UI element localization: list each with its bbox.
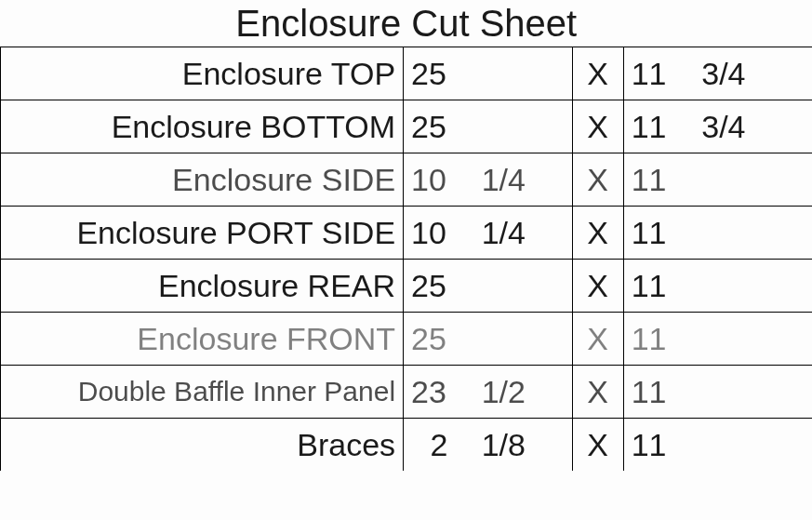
dim-a-frac: 1/8 — [474, 418, 573, 471]
cut-sheet-table: Enclosure Cut Sheet Enclosure TOP 25 X 1… — [0, 0, 812, 471]
part-label: Enclosure SIDE — [1, 153, 404, 206]
dim-b-whole: 11 — [623, 418, 694, 471]
dim-b-frac — [694, 153, 812, 206]
dim-b-whole: 11 — [623, 312, 694, 365]
dim-a-frac — [474, 259, 573, 312]
dim-b-frac — [694, 418, 812, 471]
by-symbol: X — [572, 259, 623, 312]
part-label: Enclosure REAR — [1, 259, 404, 312]
part-label: Double Baffle Inner Panel — [1, 365, 404, 418]
dim-b-whole: 11 — [623, 365, 694, 418]
table-row: Braces 2 1/8 X 11 — [1, 418, 813, 471]
dim-b-frac — [694, 259, 812, 312]
part-label: Enclosure TOP — [1, 47, 404, 100]
part-label: Enclosure FRONT — [1, 312, 404, 365]
dim-a-whole: 25 — [404, 100, 474, 153]
table-row: Enclosure SIDE 10 1/4 X 11 — [1, 153, 813, 206]
dim-a-whole: 10 — [404, 153, 474, 206]
dim-b-frac — [694, 365, 812, 418]
dim-a-frac — [474, 47, 573, 100]
by-symbol: X — [572, 153, 623, 206]
dim-a-whole: 25 — [404, 259, 474, 312]
dim-a-frac — [474, 312, 573, 365]
table-row: Enclosure FRONT 25 X 11 — [1, 312, 813, 365]
dim-a-whole: 10 — [404, 206, 474, 259]
dim-a-whole: 2 — [404, 418, 474, 471]
dim-a-frac: 1/2 — [474, 365, 573, 418]
dim-b-frac — [694, 206, 812, 259]
table-row: Enclosure BOTTOM 25 X 11 3/4 — [1, 100, 813, 153]
table-row: Enclosure REAR 25 X 11 — [1, 259, 813, 312]
dim-b-whole: 11 — [623, 259, 694, 312]
dim-b-frac: 3/4 — [694, 100, 812, 153]
dim-b-whole: 11 — [623, 47, 694, 100]
sheet-title: Enclosure Cut Sheet — [1, 0, 813, 47]
dim-b-whole: 11 — [623, 100, 694, 153]
part-label: Enclosure PORT SIDE — [1, 206, 404, 259]
dim-b-frac: 3/4 — [694, 47, 812, 100]
part-label: Braces — [1, 418, 404, 471]
by-symbol: X — [572, 418, 623, 471]
table-row: Enclosure PORT SIDE 10 1/4 X 11 — [1, 206, 813, 259]
dim-a-whole: 23 — [404, 365, 474, 418]
dim-a-frac — [474, 100, 573, 153]
dim-a-whole: 25 — [404, 47, 474, 100]
part-label: Enclosure BOTTOM — [1, 100, 404, 153]
dim-a-frac: 1/4 — [474, 206, 573, 259]
by-symbol: X — [572, 312, 623, 365]
dim-b-whole: 11 — [623, 153, 694, 206]
table-row: Double Baffle Inner Panel 23 1/2 X 11 — [1, 365, 813, 418]
by-symbol: X — [572, 206, 623, 259]
table-row: Enclosure TOP 25 X 11 3/4 — [1, 47, 813, 100]
dim-b-whole: 11 — [623, 206, 694, 259]
dim-a-whole: 25 — [404, 312, 474, 365]
by-symbol: X — [572, 100, 623, 153]
by-symbol: X — [572, 365, 623, 418]
by-symbol: X — [572, 47, 623, 100]
dim-b-frac — [694, 312, 812, 365]
dim-a-frac: 1/4 — [474, 153, 573, 206]
